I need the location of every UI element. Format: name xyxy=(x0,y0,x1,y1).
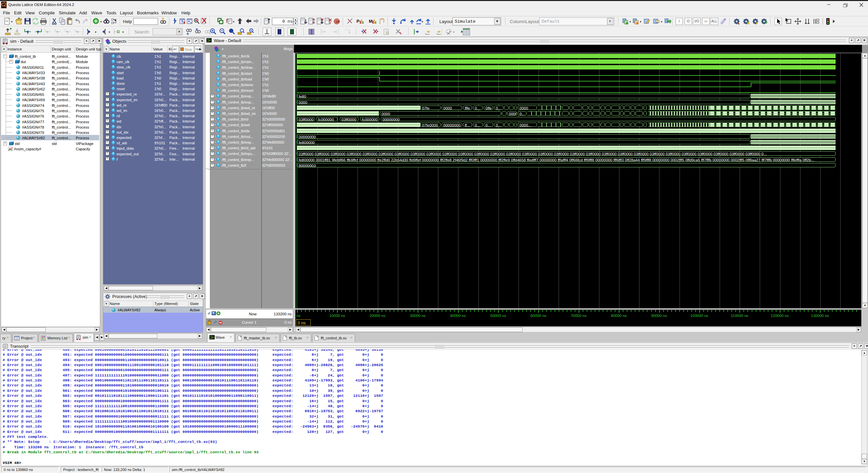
svg-text:?: ? xyxy=(181,20,183,24)
svg-text:?: ? xyxy=(162,18,164,21)
svg-text:M: M xyxy=(369,19,373,24)
svg-text:-10: -10 xyxy=(335,20,339,23)
svg-text:P: P xyxy=(356,19,360,24)
